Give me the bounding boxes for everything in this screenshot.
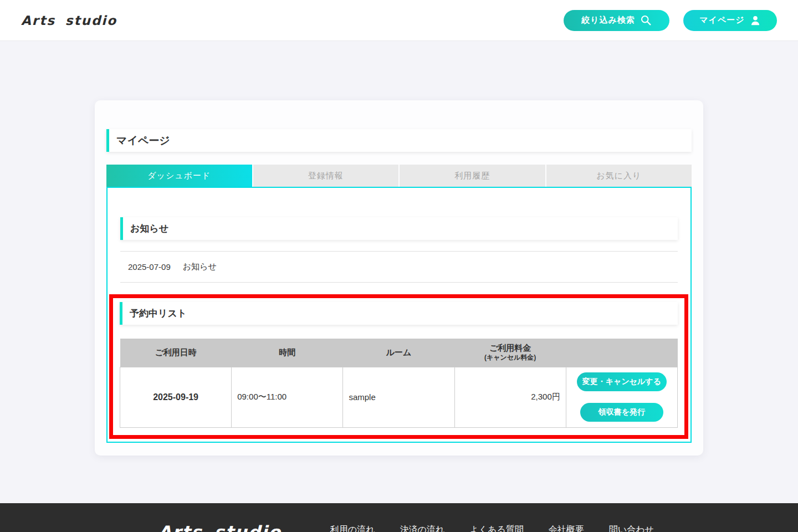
header-buttons: 絞り込み検索 マイページ: [564, 10, 777, 31]
reservation-price-cell: 2,300円: [454, 367, 566, 427]
col-header-time: 時間: [232, 339, 343, 367]
footer-nav: 利用の流れ 決済の流れ よくある質問 会社概要 問い合わせ: [330, 525, 654, 532]
change-cancel-button[interactable]: 変更・キャンセルする: [577, 372, 667, 391]
search-icon: [640, 14, 652, 26]
reservations-section-title: 予約中リスト: [120, 302, 678, 325]
col-header-price: ご利用料金 (キャンセル料金): [454, 339, 566, 367]
tab-favorites[interactable]: お気に入り: [546, 165, 692, 187]
col-header-actions: [566, 339, 677, 367]
tab-usage-history[interactable]: 利用履歴: [400, 165, 545, 187]
reservation-actions-cell: 変更・キャンセルする 領収書を発行: [566, 367, 677, 427]
footer-logo[interactable]: Arts studio: [158, 524, 282, 532]
footer-link-contact[interactable]: 問い合わせ: [609, 525, 654, 532]
notice-list-item[interactable]: 2025-07-09 お知らせ: [120, 251, 678, 283]
reservations-highlight-box: 予約中リスト ご利用日時 時間 ルーム ご利用料金 (キャンセル料金): [109, 294, 688, 439]
table-row: 2025-09-19 09:00〜11:00 sample 2,300円 変更・…: [120, 367, 678, 427]
filter-search-label: 絞り込み検索: [581, 15, 635, 25]
issue-receipt-button[interactable]: 領収書を発行: [580, 403, 663, 422]
site-logo[interactable]: Arts studio: [21, 13, 117, 28]
reservation-time-cell: 09:00〜11:00: [232, 367, 343, 427]
footer-link-faq[interactable]: よくある質問: [469, 525, 524, 532]
tab-bar: ダッシュボード 登録情報 利用履歴 お気に入り: [106, 165, 692, 187]
notices-section-title: お知らせ: [120, 217, 678, 240]
filter-search-button[interactable]: 絞り込み検索: [564, 10, 669, 31]
col-header-datetime: ご利用日時: [120, 339, 232, 367]
main-content: マイページ ダッシュボード 登録情報 利用履歴 お気に入り お知らせ 2025-…: [0, 100, 798, 456]
notice-date: 2025-07-09: [128, 262, 171, 272]
notices-title-text: お知らせ: [130, 219, 168, 239]
notice-text: お知らせ: [183, 262, 217, 272]
page-title: マイページ: [106, 129, 692, 152]
reservation-date-cell: 2025-09-19: [120, 367, 232, 427]
user-icon: [750, 15, 761, 26]
mypage-card: マイページ ダッシュボード 登録情報 利用履歴 お気に入り お知らせ 2025-…: [95, 100, 703, 456]
tab-registration-info[interactable]: 登録情報: [253, 165, 399, 187]
footer-link-company[interactable]: 会社概要: [549, 525, 584, 532]
site-footer: Arts studio 利用の流れ 決済の流れ よくある質問 会社概要 問い合わ…: [0, 503, 798, 532]
table-header-row: ご利用日時 時間 ルーム ご利用料金 (キャンセル料金): [120, 339, 678, 367]
reservation-room-cell: sample: [343, 367, 454, 427]
reservations-title-text: 予約中リスト: [130, 304, 187, 324]
page-title-text: マイページ: [116, 131, 170, 151]
col-header-price-sub: (キャンセル料金): [454, 354, 566, 362]
tab-dashboard[interactable]: ダッシュボード: [106, 165, 252, 187]
footer-link-usage-flow[interactable]: 利用の流れ: [330, 525, 375, 532]
mypage-button[interactable]: マイページ: [683, 10, 777, 31]
mypage-label: マイページ: [699, 15, 744, 25]
col-header-price-main: ご利用料金: [454, 343, 566, 354]
reservations-table: ご利用日時 時間 ルーム ご利用料金 (キャンセル料金) 2025: [120, 339, 678, 428]
footer-link-payment-flow[interactable]: 決済の流れ: [400, 525, 445, 532]
col-header-room: ルーム: [343, 339, 454, 367]
dashboard-panel: お知らせ 2025-07-09 お知らせ 予約中リスト ご利用日時 時間 ルーム: [106, 187, 692, 443]
site-header: Arts studio 絞り込み検索 マイページ: [0, 0, 798, 41]
